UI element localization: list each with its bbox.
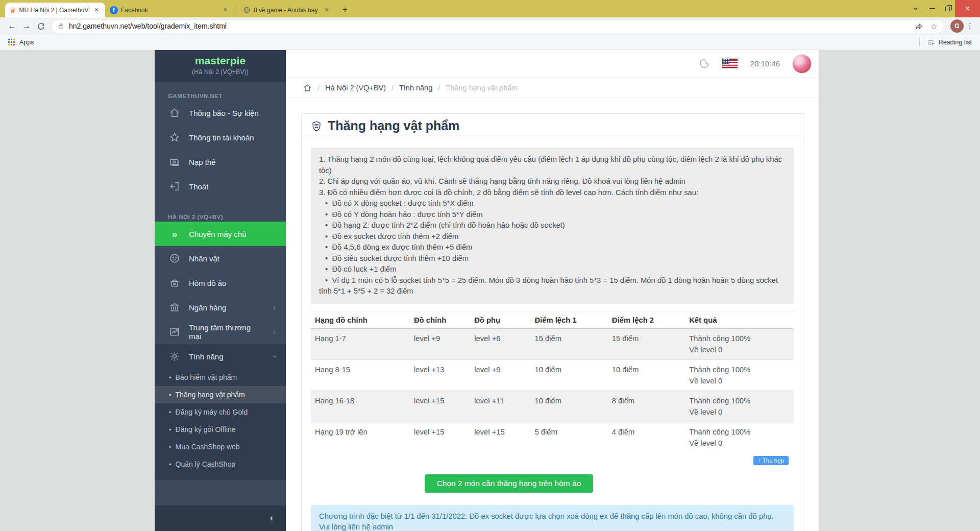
bullet-icon: • <box>325 265 328 273</box>
reload-icon <box>37 22 45 31</box>
table-header-row: Hạng đồ chính Đồ chính Đồ phụ Điểm lệch … <box>311 311 794 328</box>
cell-diff2: 15 điểm <box>608 328 685 359</box>
smiley-icon <box>169 253 180 264</box>
us-flag-icon[interactable] <box>722 58 738 69</box>
sidebar-item-thong-bao[interactable]: Thông báo - Sự kiện <box>155 101 286 125</box>
sidebar-subitem-dang-ky-goi-offline[interactable]: • Đăng ký gói Offline <box>155 421 286 438</box>
sidebar-subitem-dang-ky-may-chu-gold[interactable]: • Đăng ký máy chủ Gold <box>155 403 286 421</box>
dark-mode-moon-icon[interactable] <box>699 58 709 69</box>
sidebar-item-hom-do-ao[interactable]: Hòm đồ ảo <box>155 271 286 295</box>
back-button[interactable]: ← <box>5 21 19 31</box>
table-row: Hạng 1-7 level +9 level +6 15 điểm 15 đi… <box>311 328 794 359</box>
forward-button[interactable]: → <box>19 21 34 31</box>
breadcrumb-link-server[interactable]: Hà Nội 2 (VQ+BV) <box>325 84 386 92</box>
sidebar-item-label: Hòm đồ ảo <box>189 279 226 287</box>
bullet-icon: • <box>169 374 172 381</box>
bookmark-star-icon[interactable]: ☆ <box>930 21 938 31</box>
bullet-icon: • <box>169 461 172 468</box>
sidebar-item-chuyen-may-chu[interactable]: » Chuyển máy chủ <box>155 222 286 246</box>
share-button[interactable] <box>915 22 923 31</box>
tab-8-ve-game[interactable]: 8 về game - Anubis hay Huyết Th × <box>238 3 335 17</box>
bullet-icon: • <box>169 408 172 416</box>
bullet-icon: • <box>325 232 328 240</box>
card-icon <box>169 156 180 167</box>
reading-list-button[interactable]: Reading list <box>939 39 972 46</box>
sidebar-item-label: Thoát <box>189 182 208 191</box>
tab-title: MU Hà Nội 2 | GamethuVN.net - <box>19 7 89 14</box>
sidebar-item-nap-the[interactable]: Nạp thẻ <box>155 150 286 174</box>
sidebar-item-nhan-vat[interactable]: Nhân vật <box>155 246 286 271</box>
col-header: Hạng đồ chính <box>311 311 410 328</box>
apps-shortcut[interactable]: Apps <box>19 39 34 46</box>
sidebar-subitem-mua-cashshop-web[interactable]: • Mua CashShop web <box>155 438 286 455</box>
chart-icon <box>169 326 180 337</box>
apps-grid-icon <box>8 39 15 45</box>
rule-line: 1. Thăng hạng 2 món đồ cùng loại, lệch k… <box>319 154 786 176</box>
sidebar-header: masterpie (Hà Nội 2 (VQ+BV)) <box>155 50 286 82</box>
sidebar-item-tinh-nang[interactable]: Tính năng ‹ <box>155 344 286 369</box>
rule-bullet: • Đồ ex socket được tính thêm +2 điểm <box>319 231 786 243</box>
sidebar-section-label: GAMETHUVN.NET <box>155 82 286 101</box>
breadcrumb-separator: / <box>438 84 440 92</box>
breadcrumb-current: Thăng hạng vật phẩm <box>446 84 518 92</box>
reload-button[interactable] <box>34 22 48 31</box>
sidebar-collapse-button[interactable]: ‹ <box>270 512 273 523</box>
web-page: masterpie (Hà Nội 2 (VQ+BV)) GAMETHUVN.N… <box>0 50 980 531</box>
sidebar-subitem-quan-ly-cashshop[interactable]: • Quản lý CashShop <box>155 455 286 473</box>
sidebar: masterpie (Hà Nội 2 (VQ+BV)) GAMETHUVN.N… <box>155 50 286 531</box>
url-text[interactable]: hn2.gamethuvn.net/web/tool/grademix_item… <box>69 22 908 30</box>
col-header: Kết quả <box>685 311 794 328</box>
username: masterpie <box>155 55 286 67</box>
user-avatar[interactable] <box>792 54 812 74</box>
bullet-icon: • <box>325 221 328 229</box>
cell-result: Thành công 100%Về level 0 <box>685 391 794 422</box>
reading-list-icon <box>927 38 935 46</box>
star-icon <box>169 132 180 143</box>
sidebar-item-label: Thông báo - Sự kiện <box>189 109 259 117</box>
page-title: Thăng hạng vật phẩm <box>328 118 459 133</box>
chevron-left-icon: ‹ <box>273 303 276 311</box>
basket-icon <box>169 277 180 288</box>
tab-facebook[interactable]: f Facebook × <box>105 3 234 17</box>
close-tab-icon[interactable]: × <box>221 6 229 14</box>
sidebar-subitem-thang-hang-vat-pham[interactable]: • Thăng hạng vật phẩm <box>155 386 286 403</box>
share-icon <box>915 22 923 31</box>
browser-menu-button[interactable]: ⋮ <box>964 21 976 31</box>
chevron-down-icon: ‹ <box>271 355 279 358</box>
breadcrumb-home-icon[interactable] <box>303 83 312 92</box>
minimize-button[interactable] <box>924 0 940 17</box>
facebook-favicon-icon: f <box>110 6 118 14</box>
tab-mu-hanoi[interactable]: ♛ MU Hà Nội 2 | GamethuVN.net - × <box>5 3 105 17</box>
sidebar-item-thong-tin-tai-khoan[interactable]: Thông tin tài khoản <box>155 125 286 150</box>
cell-rank: Hạng 8-15 <box>311 359 410 391</box>
tab-search-chevron-icon[interactable]: ‹ <box>911 0 920 18</box>
rule-bullet: • Đồ có luck +1 điểm <box>319 264 786 275</box>
sidebar-item-label: Trung tâm thương mại <box>189 323 264 341</box>
address-bar[interactable]: hn2.gamethuvn.net/web/tool/grademix_item… <box>51 19 944 33</box>
choose-items-button[interactable]: Chọn 2 món cần thăng hạng trên hòm ảo <box>425 474 594 493</box>
close-window-button[interactable]: × <box>955 0 980 17</box>
sidebar-item-trung-tam-thuong-mai[interactable]: Trung tâm thương mại ‹ <box>155 320 286 344</box>
sidebar-subitem-bao-hiem-vat-pham[interactable]: • Bảo hiểm vật phẩm <box>155 369 286 386</box>
close-tab-icon[interactable]: × <box>92 6 101 14</box>
sidebar-subitem-label: Quản lý CashShop <box>176 460 236 468</box>
rule-bullet: • Đồ có X dòng socket : được tính 5*X đi… <box>319 198 786 209</box>
cell-main: level +15 <box>410 422 470 453</box>
logout-icon <box>169 181 180 192</box>
cell-diff1: 10 điểm <box>530 391 607 422</box>
bank-icon <box>169 302 180 313</box>
sidebar-item-thoat[interactable]: Thoát <box>155 174 286 199</box>
sidebar-item-ngan-hang[interactable]: Ngân hàng ‹ <box>155 295 286 320</box>
cell-diff1: 5 điểm <box>530 422 607 453</box>
gear-icon <box>169 351 180 362</box>
close-icon: × <box>965 4 970 13</box>
bullet-icon: • <box>169 391 172 399</box>
new-tab-button[interactable]: + <box>338 3 352 16</box>
browser-profile-avatar[interactable]: G <box>950 19 964 33</box>
restore-button[interactable] <box>940 0 955 17</box>
breadcrumb-link-tinh-nang[interactable]: Tính năng <box>399 84 432 92</box>
rule-bullet-text: Ví dụ 1 món có 5 lỗ socket tính 5*5 = 25… <box>319 276 778 296</box>
collapse-button[interactable]: ↑ Thu hẹp <box>753 456 789 465</box>
close-tab-icon[interactable]: × <box>323 6 331 14</box>
bullet-icon: • <box>169 426 172 433</box>
